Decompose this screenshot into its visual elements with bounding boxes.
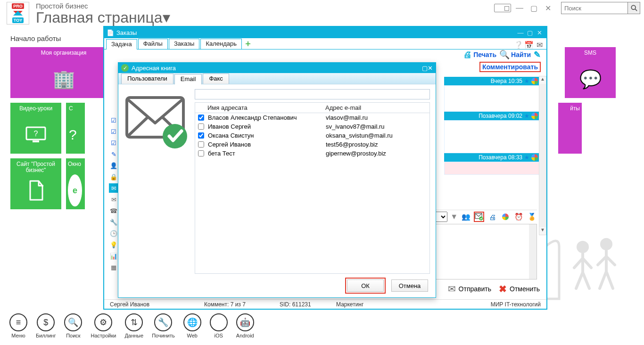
tab-add-button[interactable]: ＋ [243,38,253,49]
wrench-strip-icon[interactable]: 🔧 [109,217,118,227]
mail-strip-icon[interactable]: ✉ [109,183,118,193]
addr-cancel-button[interactable]: Отмена [391,279,428,292]
addr-tab-fax[interactable]: Факс [203,74,229,84]
maximize-icon[interactable]: ▢ [528,4,539,12]
web-button[interactable]: 🌐Web [183,313,201,338]
addr-row-email: test56@prostoy.biz [326,141,427,148]
comment-header[interactable]: Позавчера 09:02★ [444,112,541,120]
edit-strip-icon[interactable]: ✎ [109,149,118,159]
addr-ok-button[interactable]: ОК [347,279,384,292]
tile-my-org[interactable]: Моя организация 🏢 [10,47,117,98]
check2-icon[interactable]: ☑ [109,127,118,136]
keyboard-indicator[interactable] [494,4,511,12]
check-icon[interactable]: ☑ [109,115,118,125]
search-toolbar-button[interactable]: 🔍Поиск [64,313,82,338]
addr-tab-users[interactable]: Пользователи [121,74,173,84]
addr-row[interactable]: Сергей Ивановtest56@prostoy.biz [195,140,429,149]
close-icon[interactable]: ✕ [542,4,553,12]
tile-window[interactable]: Окно e [66,158,85,209]
tab-task[interactable]: Задача [106,39,137,49]
orders-titlebar[interactable]: 📄 Заказы — ▢ ✕ [104,27,546,38]
editor-scrollbar[interactable] [529,224,537,279]
mail2-strip-icon[interactable]: ✉ [109,195,118,204]
search-input[interactable] [561,2,628,14]
message-icon[interactable]: ✉ [535,41,544,49]
addr-row-checkbox[interactable] [198,141,204,148]
grid-strip-icon[interactable]: ▦ [109,263,118,272]
addr-row-checkbox[interactable] [198,150,204,156]
comment-link[interactable]: Комментировать [479,62,541,72]
addr-tabs: Пользователи Email Факс [118,73,436,84]
comment-body[interactable] [444,162,541,175]
addr-th-email[interactable]: Адрес e-mail [322,103,429,113]
find-link[interactable]: 🔍Найти [499,49,531,60]
tile-sms[interactable]: SMS 💬 [565,47,616,98]
menu-button[interactable]: ≡Меню [9,313,27,338]
tab-files[interactable]: Файлы [138,39,168,49]
mail-check-icon[interactable] [474,212,484,222]
data-button[interactable]: ⇅Данные [124,313,143,338]
pie-icon[interactable] [500,212,511,222]
tab-orders[interactable]: Заказы [169,39,199,49]
addr-row-checkbox[interactable] [198,123,204,130]
addr-row[interactable]: Оксана Свистунoksana_svistun@mail.ru [195,131,429,140]
addr-th-name[interactable]: Имя адресата [205,103,322,113]
check3-icon[interactable]: ☑ [109,138,118,148]
ios-button[interactable]: iOS [210,313,228,338]
print-link[interactable]: 🖨Печать [463,50,496,60]
page-title[interactable]: Главная страница▾ [36,10,494,25]
phone-strip-icon[interactable]: ☎ [109,206,118,215]
search-button[interactable] [628,2,640,14]
help-icon[interactable]: ❔ [514,41,523,49]
find-icon: 🔍 [499,49,510,60]
edit-link[interactable]: ✎ [534,49,541,60]
tab-calendar[interactable]: Календарь [200,39,242,49]
medal-icon[interactable]: 🏅 [527,212,537,222]
addr-tab-email[interactable]: Email [174,74,202,84]
comment-body[interactable] [444,85,541,112]
print2-icon[interactable]: 🖨 [487,212,497,222]
orders-maximize-icon[interactable]: ▢ [526,28,534,37]
cancel-button[interactable]: ✖Отменить [499,283,540,295]
orders-minimize-icon[interactable]: — [516,28,525,37]
scroll-down-icon[interactable]: ▼ [539,227,546,235]
repair-button[interactable]: 🔧Починить [152,313,175,338]
addr-row[interactable]: Власов Александр Степановичvlasov@mail.r… [195,113,429,122]
addr-titlebar[interactable]: ✓ Адресная книга ▢ ✕ [118,63,436,73]
calendar-small-icon[interactable]: 📅 [525,41,533,49]
segment-icon [531,78,538,84]
addr-maximize-icon[interactable]: ▢ [422,65,428,72]
alarm-icon[interactable]: ⏰ [513,212,524,222]
tile-help[interactable]: С ? [66,103,85,154]
billing-button[interactable]: $Биллинг [36,313,56,338]
send-mail-icon: ✉ [448,283,456,295]
user-strip-icon[interactable]: 👤 [109,161,118,170]
addr-search-input[interactable] [195,89,430,99]
tile-sites[interactable]: йты [558,103,582,154]
tile-site-pb[interactable]: Сайт "Простой бизнес" [10,158,61,209]
addr-row-name: Сергей Иванов [208,141,326,148]
addr-row-checkbox[interactable] [198,115,204,121]
tile-video[interactable]: Видео-уроки ? [10,103,61,154]
minimize-icon[interactable]: — [514,4,525,12]
comment-header[interactable]: Позавчера 08:33★ [444,153,541,162]
svg-text:?: ? [34,130,38,138]
orders-close-icon[interactable]: ✕ [535,28,544,37]
addr-close-icon[interactable]: ✕ [428,65,433,72]
clock-strip-icon[interactable]: 🕒 [109,229,118,238]
report-strip-icon[interactable]: 📊 [109,251,118,261]
addr-row-name: Иванов Сергей [208,123,326,130]
android-button[interactable]: 🤖Android [236,313,254,338]
scroll-up-icon[interactable]: ▲ [539,76,546,84]
lock-icon[interactable]: 🔒 [109,172,118,181]
bulb-strip-icon[interactable]: 💡 [109,240,118,249]
send-button[interactable]: ✉Отправить [448,283,491,295]
comment-body[interactable] [444,120,541,153]
settings-button[interactable]: ⚙Настройки [91,313,116,338]
people-icon[interactable]: 👥 [461,212,471,222]
comments-scrollbar[interactable]: ▲ ▼ [539,76,546,235]
addr-row[interactable]: Иванов Сергейsv_ivanov87@mail.ru [195,122,429,131]
addr-row-checkbox[interactable] [198,132,204,139]
comment-header[interactable]: Вчера 10:35★ [444,77,541,85]
addr-row[interactable]: бета Тестgipernew@prostoy.biz [195,149,429,158]
